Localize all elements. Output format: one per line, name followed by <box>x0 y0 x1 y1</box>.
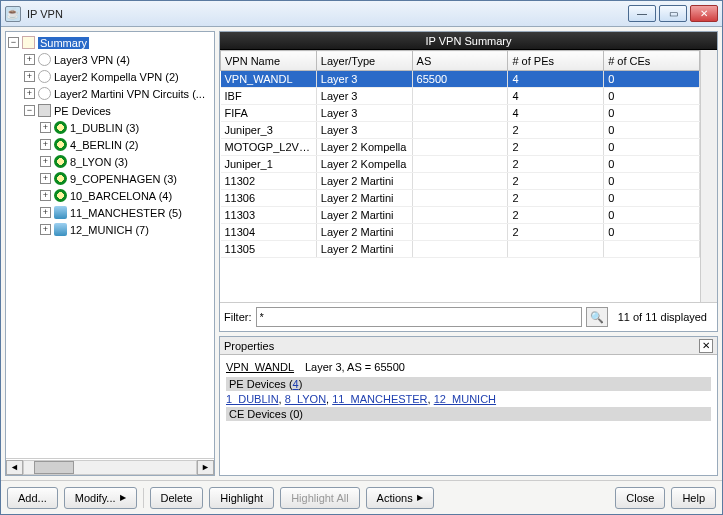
search-icon: 🔍 <box>590 311 604 324</box>
table-row[interactable]: Juniper_1Layer 2 Kompella20 <box>221 156 700 173</box>
expand-icon[interactable]: + <box>24 88 35 99</box>
table-row[interactable]: FIFALayer 340 <box>221 105 700 122</box>
footer-toolbar: Add... Modify...▶ Delete Highlight Highl… <box>1 480 722 514</box>
vpn-group-icon <box>38 70 51 83</box>
collapse-icon[interactable]: − <box>8 37 19 48</box>
pe-device-link[interactable]: 8_LYON <box>285 393 326 405</box>
minimize-button[interactable]: — <box>628 5 656 22</box>
highlight-all-button[interactable]: Highlight All <box>280 487 359 509</box>
tree-item[interactable]: 12_MUNICH (7) <box>70 224 149 236</box>
tree-scrollbar[interactable]: ◄ ► <box>6 458 214 475</box>
summary-title: IP VPN Summary <box>220 32 717 50</box>
content-area: − Summary +Layer3 VPN (4)+Layer2 Kompell… <box>1 27 722 480</box>
java-icon: ☕ <box>5 6 21 22</box>
ce-devices-bar: CE Devices (0) <box>226 407 711 421</box>
tree-item[interactable]: 4_BERLIN (2) <box>70 139 138 151</box>
table-row[interactable]: MOTOGP_L2VPN...Layer 2 Kompella20 <box>221 139 700 156</box>
properties-headline: VPN_WANDL Layer 3, AS = 65500 <box>226 359 711 374</box>
properties-panel: Properties ✕ VPN_WANDL Layer 3, AS = 655… <box>219 336 718 476</box>
properties-title: Properties <box>224 340 274 352</box>
table-row[interactable]: 11302Layer 2 Martini20 <box>221 173 700 190</box>
device-icon <box>54 121 67 134</box>
tree-item[interactable]: PE Devices <box>54 105 111 117</box>
expand-icon[interactable]: + <box>40 122 51 133</box>
collapse-icon[interactable]: − <box>24 105 35 116</box>
column-header[interactable]: # of PEs <box>508 51 604 71</box>
filter-bar: Filter: 🔍 11 of 11 displayed <box>220 302 717 331</box>
actions-button[interactable]: Actions▶ <box>366 487 434 509</box>
summary-panel: IP VPN Summary VPN NameLayer/TypeAS# of … <box>219 31 718 332</box>
device-icon <box>54 223 67 236</box>
scroll-thumb[interactable] <box>34 461 74 474</box>
pe-device-links: 1_DUBLIN, 8_LYON, 11_MANCHESTER, 12_MUNI… <box>226 393 711 405</box>
properties-close-button[interactable]: ✕ <box>699 339 713 353</box>
dropdown-icon: ▶ <box>417 493 423 502</box>
table-row[interactable]: 11305Layer 2 Martini <box>221 241 700 258</box>
device-icon <box>54 138 67 151</box>
expand-icon[interactable]: + <box>24 54 35 65</box>
delete-button[interactable]: Delete <box>150 487 204 509</box>
expand-icon[interactable]: + <box>40 173 51 184</box>
column-header[interactable]: # of CEs <box>604 51 700 71</box>
pe-devices-icon <box>38 104 51 117</box>
expand-icon[interactable]: + <box>40 224 51 235</box>
window-title: IP VPN <box>27 8 625 20</box>
scroll-right-icon[interactable]: ► <box>197 460 214 475</box>
scroll-left-icon[interactable]: ◄ <box>6 460 23 475</box>
table-row[interactable]: Juniper_3Layer 320 <box>221 122 700 139</box>
tree-item[interactable]: 11_MANCHESTER (5) <box>70 207 182 219</box>
highlight-button[interactable]: Highlight <box>209 487 274 509</box>
expand-icon[interactable]: + <box>40 139 51 150</box>
tree-item[interactable]: Layer2 Martini VPN Circuits (... <box>54 88 205 100</box>
table-row[interactable]: 11303Layer 2 Martini20 <box>221 207 700 224</box>
tree-item[interactable]: Layer3 VPN (4) <box>54 54 130 66</box>
table-row[interactable]: IBFLayer 340 <box>221 88 700 105</box>
properties-header: Properties ✕ <box>220 337 717 355</box>
filter-label: Filter: <box>224 311 252 323</box>
table-row[interactable]: 11304Layer 2 Martini20 <box>221 224 700 241</box>
pe-device-link[interactable]: 12_MUNICH <box>434 393 496 405</box>
help-button[interactable]: Help <box>671 487 716 509</box>
scroll-track[interactable] <box>23 460 197 475</box>
column-header[interactable]: Layer/Type <box>316 51 412 71</box>
table-vertical-scrollbar[interactable] <box>700 50 717 302</box>
filter-search-button[interactable]: 🔍 <box>586 307 608 327</box>
properties-body: VPN_WANDL Layer 3, AS = 65500 PE Devices… <box>220 355 717 475</box>
summary-table: VPN NameLayer/TypeAS# of PEs# of CEs VPN… <box>220 50 700 258</box>
maximize-button[interactable]: ▭ <box>659 5 687 22</box>
pe-devices-bar: PE Devices (4) <box>226 377 711 391</box>
tree[interactable]: − Summary +Layer3 VPN (4)+Layer2 Kompell… <box>6 32 214 458</box>
divider <box>143 488 144 508</box>
modify-button[interactable]: Modify...▶ <box>64 487 137 509</box>
tree-item[interactable]: Layer2 Kompella VPN (2) <box>54 71 179 83</box>
expand-icon[interactable]: + <box>40 207 51 218</box>
add-button[interactable]: Add... <box>7 487 58 509</box>
filter-input[interactable] <box>256 307 582 327</box>
table-row[interactable]: VPN_WANDLLayer 36550040 <box>221 71 700 88</box>
device-icon <box>54 189 67 202</box>
column-header[interactable]: VPN Name <box>221 51 317 71</box>
pe-device-link[interactable]: 11_MANCHESTER <box>332 393 427 405</box>
tree-item[interactable]: 8_LYON (3) <box>70 156 128 168</box>
vpn-group-icon <box>38 53 51 66</box>
close-window-button[interactable]: ✕ <box>690 5 718 22</box>
expand-icon[interactable]: + <box>24 71 35 82</box>
dropdown-icon: ▶ <box>120 493 126 502</box>
tree-item[interactable]: 9_COPENHAGEN (3) <box>70 173 177 185</box>
tree-item[interactable]: 10_BARCELONA (4) <box>70 190 172 202</box>
filter-status: 11 of 11 displayed <box>612 311 713 323</box>
properties-vpn-name: VPN_WANDL <box>226 361 294 373</box>
device-icon <box>54 155 67 168</box>
tree-root-summary[interactable]: Summary <box>38 37 89 49</box>
column-header[interactable]: AS <box>412 51 508 71</box>
summary-table-wrap[interactable]: VPN NameLayer/TypeAS# of PEs# of CEs VPN… <box>220 50 700 302</box>
close-button[interactable]: Close <box>615 487 665 509</box>
tree-item[interactable]: 1_DUBLIN (3) <box>70 122 139 134</box>
expand-icon[interactable]: + <box>40 156 51 167</box>
table-row[interactable]: 11306Layer 2 Martini20 <box>221 190 700 207</box>
pe-device-link[interactable]: 1_DUBLIN <box>226 393 279 405</box>
device-icon <box>54 206 67 219</box>
right-panels: IP VPN Summary VPN NameLayer/TypeAS# of … <box>219 31 718 476</box>
expand-icon[interactable]: + <box>40 190 51 201</box>
main-window: ☕ IP VPN — ▭ ✕ − Summary +Layer3 VPN (4)… <box>0 0 723 515</box>
